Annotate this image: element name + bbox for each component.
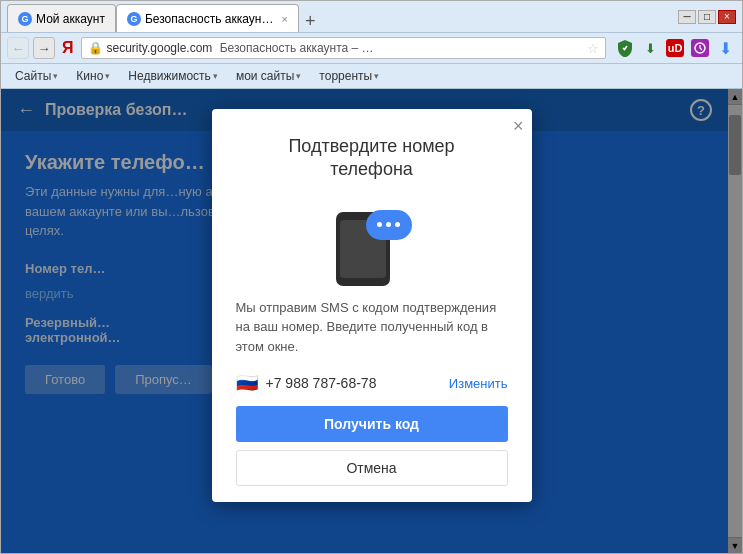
window-controls: ─ □ × (678, 10, 736, 24)
modal-dialog: × Подтвердите номертелефона (212, 109, 532, 502)
url-text: security.google.com (107, 41, 213, 55)
bubble-dot1 (377, 222, 382, 227)
bubble-dot2 (386, 222, 391, 227)
browser-window: G Мой аккаунт G Безопасность аккаун… × +… (0, 0, 743, 554)
tab-security[interactable]: G Безопасность аккаун… × (116, 4, 299, 32)
modal-phone-number: +7 988 787-68-78 (266, 375, 377, 391)
ublockorigin-icon[interactable]: uD (664, 37, 686, 59)
bubble-dot3 (395, 222, 400, 227)
bookmark-star-icon[interactable]: ☆ (587, 41, 599, 56)
phone-illustration (332, 206, 412, 286)
url-bar[interactable]: 🔒 security.google.com Безопасность аккау… (81, 37, 607, 59)
tab-my-account[interactable]: G Мой аккаунт (7, 4, 116, 32)
bookmark-torrenty-arrow: ▾ (374, 71, 379, 81)
get-code-button[interactable]: Получить код (236, 406, 508, 442)
page-title-url: Безопасность аккаунта – … (216, 41, 373, 55)
tab1-favicon: G (18, 12, 32, 26)
close-button[interactable]: × (718, 10, 736, 24)
tab2-label: Безопасность аккаун… (145, 12, 273, 26)
shield-green-icon[interactable] (614, 37, 636, 59)
modal-phone-flag: 🇷🇺 (236, 372, 258, 394)
yandex-logo[interactable]: Я (59, 39, 77, 57)
modal-buttons: Получить код Отмена (212, 406, 532, 502)
bookmark-nedvizhimost[interactable]: Недвижимость ▾ (120, 67, 226, 85)
modal-overlay: × Подтвердите номертелефона (1, 89, 742, 553)
speech-bubble (366, 210, 412, 240)
bookmark-nedvizhimost-arrow: ▾ (213, 71, 218, 81)
bookmark-kino[interactable]: Кино ▾ (68, 67, 118, 85)
modal-icon-area (212, 194, 532, 298)
modal-header: × (212, 109, 532, 135)
bookmark-moisaity-arrow: ▾ (296, 71, 301, 81)
modal-phone-row: 🇷🇺 +7 988 787-68-78 Изменить (212, 372, 532, 406)
toolbar-icons: ⬇ uD ⬇ (614, 37, 736, 59)
cancel-button[interactable]: Отмена (236, 450, 508, 486)
content-area: ← Проверка безоп… ? Укажите телефо… Эти … (1, 89, 742, 553)
modal-title: Подтвердите номертелефона (212, 135, 532, 194)
bookmark-saity-arrow: ▾ (53, 71, 58, 81)
bookmark-moisaity[interactable]: мои сайты ▾ (228, 67, 309, 85)
address-bar: ← → Я 🔒 security.google.com Безопасность… (1, 33, 742, 64)
forward-button[interactable]: → (33, 37, 55, 59)
maximize-button[interactable]: □ (698, 10, 716, 24)
bookmark-kino-arrow: ▾ (105, 71, 110, 81)
tabs: G Мой аккаунт G Безопасность аккаун… × + (7, 1, 678, 32)
bookmarks-bar: Сайты ▾ Кино ▾ Недвижимость ▾ мои сайты … (1, 64, 742, 89)
back-button[interactable]: ← (7, 37, 29, 59)
lock-icon: 🔒 (88, 41, 103, 55)
download-arrow-icon[interactable]: ⬇ (714, 37, 736, 59)
bookmark-saity[interactable]: Сайты ▾ (7, 67, 66, 85)
new-tab-button[interactable]: + (299, 11, 322, 32)
modal-change-link[interactable]: Изменить (449, 376, 508, 391)
tab1-label: Мой аккаунт (36, 12, 105, 26)
extension-icon[interactable] (689, 37, 711, 59)
bookmark-torrenty[interactable]: торренты ▾ (311, 67, 387, 85)
modal-close-button[interactable]: × (513, 117, 524, 135)
minimize-button[interactable]: ─ (678, 10, 696, 24)
tab2-close[interactable]: × (281, 13, 287, 25)
download-green-icon[interactable]: ⬇ (639, 37, 661, 59)
tab2-favicon: G (127, 12, 141, 26)
modal-body-text: Мы отправим SMS с кодом подтверждения на… (212, 298, 532, 373)
titlebar: G Мой аккаунт G Безопасность аккаун… × +… (1, 1, 742, 33)
